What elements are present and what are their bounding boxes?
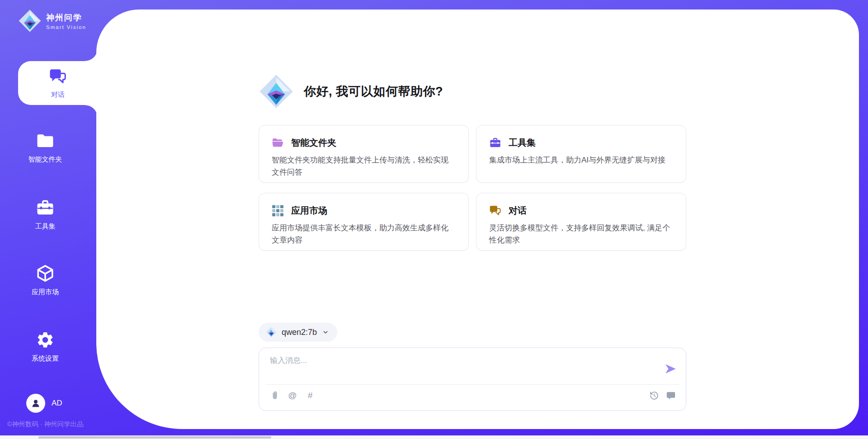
sidebar-item-label: 应用市场 — [0, 288, 90, 296]
sidebar: 神州问学 Smart Vision 对话 智能文件夹 工具集 应用市场 系统设置 — [0, 0, 97, 439]
grid-icon — [272, 205, 284, 217]
sidebar-item-chat[interactable]: 对话 — [18, 61, 98, 105]
sidebar-item-app-market[interactable]: 应用市场 — [0, 264, 90, 296]
sidebar-item-settings[interactable]: 系统设置 — [0, 330, 90, 363]
card-description: 应用市场提供丰富长文本模板，助力高效生成多样化文章内容 — [272, 222, 455, 246]
message-input[interactable] — [270, 355, 645, 381]
attach-file-button[interactable] — [270, 391, 280, 401]
card-smart-folder[interactable]: 智能文件夹 智能文件夹功能支持批量文件上传与清洗，轻松实现文件问答 — [259, 125, 469, 183]
account-button[interactable]: AD — [26, 394, 62, 413]
model-selector[interactable]: qwen2:7b — [259, 323, 337, 342]
cube-icon — [36, 264, 55, 283]
sidebar-item-toolset[interactable]: 工具集 — [0, 198, 90, 231]
chat-icon — [49, 67, 67, 86]
copyright-text: ©神州数码 · 神州问学出品 — [7, 420, 84, 429]
sidebar-item-smart-folder[interactable]: 智能文件夹 — [0, 131, 90, 164]
person-icon — [30, 398, 41, 409]
avatar — [26, 394, 45, 413]
app-logo: 神州问学 Smart Vision — [18, 9, 86, 33]
app-subtitle: Smart Vision — [46, 24, 86, 30]
briefcase-icon — [489, 137, 501, 149]
app-name: 神州问学 — [46, 12, 86, 23]
sidebar-item-label: 智能文件夹 — [0, 155, 90, 164]
card-description: 集成市场上主流工具，助力AI与外界无缝扩展与对接 — [489, 154, 672, 166]
message-composer: @ # — [259, 348, 686, 411]
card-title: 工具集 — [509, 137, 536, 149]
card-app-market[interactable]: 应用市场 应用市场提供丰富长文本模板，助力高效生成多样化文章内容 — [259, 193, 469, 251]
message-icon — [666, 391, 676, 401]
sidebar-item-label: 系统设置 — [0, 354, 90, 363]
composer-divider — [265, 384, 679, 385]
hash-icon: # — [308, 391, 313, 401]
account-initials: AD — [52, 399, 62, 408]
chevron-down-icon — [322, 329, 329, 336]
horizontal-scrollbar[interactable] — [0, 435, 868, 439]
sidebar-item-label: 工具集 — [0, 222, 90, 231]
greeting-title: 你好, 我可以如何帮助你? — [304, 83, 443, 100]
card-title: 对话 — [509, 205, 527, 217]
horizontal-scrollbar-thumb[interactable] — [38, 436, 271, 439]
card-title: 应用市场 — [291, 205, 327, 217]
card-toolset[interactable]: 工具集 集成市场上主流工具，助力AI与外界无缝扩展与对接 — [476, 125, 686, 183]
mention-button[interactable]: @ — [288, 391, 297, 401]
gear-icon — [36, 330, 55, 349]
folder-icon — [36, 131, 55, 150]
main-panel: 你好, 我可以如何帮助你? 智能文件夹 智能文件夹功能支持批量文件上传与清洗，轻… — [96, 10, 859, 429]
model-logo-icon — [266, 327, 277, 338]
model-name: qwen2:7b — [282, 328, 317, 337]
card-title: 智能文件夹 — [291, 137, 336, 149]
brand-diamond-icon — [259, 74, 294, 109]
card-description: 灵活切换多模型文件，支持多样回复效果调试, 满足个性化需求 — [489, 222, 672, 246]
folder-open-icon — [272, 137, 284, 149]
at-icon: @ — [288, 391, 297, 401]
history-icon — [649, 391, 659, 401]
briefcase-icon — [36, 198, 55, 217]
topic-button[interactable]: # — [305, 391, 315, 401]
paperclip-icon — [270, 391, 280, 401]
send-button[interactable] — [664, 363, 677, 375]
send-icon — [664, 363, 677, 375]
sidebar-item-label: 对话 — [18, 91, 98, 99]
history-button[interactable] — [649, 391, 659, 401]
greeting-block: 你好, 我可以如何帮助你? — [259, 74, 443, 109]
brand-diamond-icon — [18, 9, 42, 33]
card-chat[interactable]: 对话 灵活切换多模型文件，支持多样回复效果调试, 满足个性化需求 — [476, 193, 686, 251]
new-chat-button[interactable] — [666, 391, 676, 401]
card-description: 智能文件夹功能支持批量文件上传与清洗，轻松实现文件问答 — [272, 154, 455, 178]
chat-icon — [489, 205, 501, 217]
